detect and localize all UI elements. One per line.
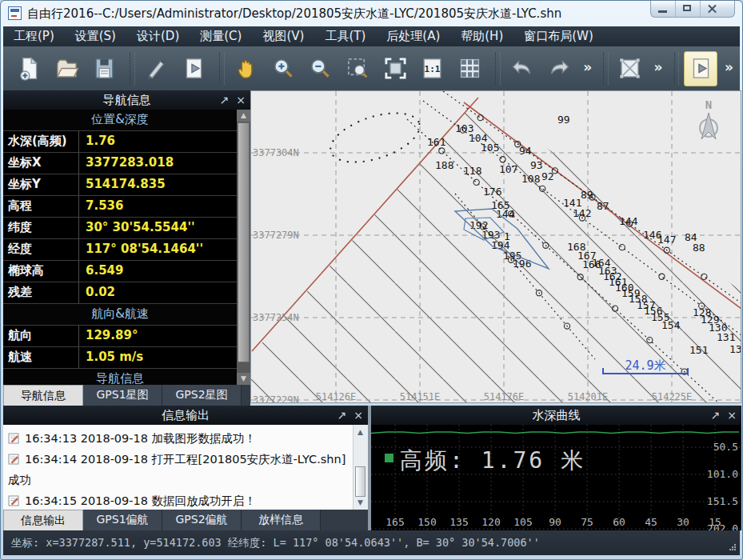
nav-tab[interactable]: GPS2星图 [162,385,242,406]
scroll-up-icon[interactable]: ▲ [355,426,366,438]
log-tab[interactable]: 信息输出 [3,510,83,531]
nav-scrollbar-thumb[interactable] [238,122,250,362]
track-point-label: 107 [499,163,517,175]
status-bar: 坐标: x=3377287.511, y=514172.603 经纬度: L= … [3,530,740,555]
track-point-label: 92 [541,170,554,182]
track-point-label: 188 [435,159,453,171]
overflow-chevron-icon[interactable]: » [654,59,663,75]
menu-item-1[interactable]: 设置(S) [65,29,126,44]
nav-value: 6.549 [79,261,237,282]
new-file-button[interactable] [13,51,46,86]
menu-item-7[interactable]: 帮助(H) [450,29,513,44]
depth-chart[interactable]: 16515013512010590756045301550.5101.0151.… [371,425,741,530]
nav-value: 30° 30'54.5544'' [79,218,237,238]
one-to-one-button[interactable]: 1:1 [416,51,449,86]
northing-label: 3377279N [253,230,299,241]
log-scrollbar[interactable]: ▲ ▼ [353,425,368,510]
nav-section-header: 航向&航速 [3,304,237,326]
pan-icon [234,56,258,81]
zoom-in-button[interactable] [266,51,300,86]
nav-row: 水深(高频)1.76 [3,131,237,153]
log-tab[interactable]: GPS1偏航 [83,510,162,530]
zoom-out-button[interactable] [304,51,338,86]
log-entry: 16:34:14 2018-09-18 打开工程[201805安庆水道-LYC.… [8,449,350,490]
log-tabs-bar: 信息输出GPS1偏航GPS2偏航放样信息 [3,510,368,530]
nav-label: 经度 [3,239,79,260]
menu-item-0[interactable]: 工程(P) [3,29,65,44]
map-view[interactable]: 9910310410594931071089216118811817616514… [250,90,741,403]
log-panel-title: 信息输出 [3,406,368,425]
track-point-label: 94 [519,145,532,157]
close-panel-icon[interactable]: × [727,406,737,425]
minimize-button[interactable] [651,1,675,17]
scroll-up-icon[interactable]: ▲ [237,110,250,122]
zoom-in-icon [271,56,296,81]
menu-item-3[interactable]: 测量(C) [190,29,252,44]
title-bar[interactable]: 自由行2016--C:/Users/Administrator/Desktop/… [1,1,742,26]
nav-row: 坐标X3377283.018 [3,153,237,174]
track-point-label: 131 [717,331,735,343]
log-tab[interactable]: 放样信息 [242,510,321,530]
menu-item-4[interactable]: 视图(V) [252,29,314,44]
playback-button[interactable] [177,51,210,86]
close-button[interactable] [700,1,734,17]
open-project-button[interactable] [50,51,84,86]
redo-button[interactable] [543,51,577,86]
chart-x-tick: 105 [513,516,532,528]
menu-item-6[interactable]: 后处理(A) [376,29,450,44]
fit-view-icon [383,56,408,81]
maximize-button[interactable] [675,1,700,17]
nav-section-header: 导航信息 [3,369,237,385]
chart-x-tick: 75 [581,516,593,528]
save-button[interactable] [87,51,121,86]
menu-item-2[interactable]: 设计(D) [126,29,190,44]
track-point-label: 154 [661,319,681,331]
playback-active-icon [689,56,713,81]
nav-value: 1.05 m/s [79,347,237,368]
draw-tool-button[interactable] [140,51,174,86]
pan-button[interactable] [230,51,263,86]
scroll-down-icon[interactable]: ▼ [237,373,250,385]
nav-tab[interactable]: GPS1星图 [83,385,162,406]
close-panel-icon[interactable]: × [354,406,363,425]
nav-label: 航向 [3,326,79,346]
svg-text:N: N [705,98,712,111]
log-output: 16:34:13 2018-09-18 加载图形数据成功！16:34:14 20… [3,425,368,510]
full-extent-button[interactable] [613,51,647,86]
undo-button[interactable] [505,51,539,86]
nav-row: 椭球高6.549 [3,261,237,282]
popout-icon[interactable]: ↗ [220,90,230,110]
grid-button[interactable] [453,51,487,86]
chart-y-tick: 202.0 [707,522,738,530]
log-entry-text: 16:34:15 2018-09-18 数据回放成功开启！ [25,494,256,507]
chart-x-tick: 120 [481,516,500,528]
overflow-chevron-icon[interactable]: » [583,59,592,75]
fit-view-button[interactable] [378,51,412,86]
log-tab[interactable]: GPS2偏航 [162,510,242,530]
resize-grip-icon[interactable] [729,543,737,551]
minimize-icon [658,10,667,13]
scroll-down-icon[interactable]: ▼ [355,497,366,508]
chart-x-tick: 45 [645,516,657,528]
playback-active-button[interactable] [684,51,717,86]
menu-item-8[interactable]: 窗口布局(W) [513,29,604,44]
map-canvas[interactable]: 9910310410594931071089216118811817616514… [251,91,741,402]
open-project-icon [54,56,79,81]
nav-row: 高程7.536 [3,196,237,218]
popout-icon[interactable]: ↗ [711,406,721,425]
nav-value: 3377283.018 [79,153,237,174]
overflow-chevron-icon[interactable]: » [725,59,733,75]
popout-icon[interactable]: ↗ [338,406,347,425]
nav-scrollbar[interactable]: ▲ ▼ [237,110,250,385]
nav-value: 0.02 [79,282,237,303]
window-title: 自由行2016--C:/Users/Administrator/Desktop/… [27,6,561,22]
menu-item-5[interactable]: 工具(T) [314,29,376,44]
depth-curve-panel: 水深曲线 ↗ × 16515013512010590756045301550.5… [371,406,741,530]
depth-chart-canvas[interactable]: 16515013512010590756045301550.5101.0151.… [371,425,741,530]
log-scrollbar-thumb[interactable] [355,466,366,497]
chart-x-tick: 135 [449,516,468,528]
toolbar-separator [219,53,225,85]
nav-tab[interactable]: 导航信息 [3,385,83,406]
zoom-window-button[interactable] [342,51,375,86]
close-panel-icon[interactable]: × [236,90,246,110]
